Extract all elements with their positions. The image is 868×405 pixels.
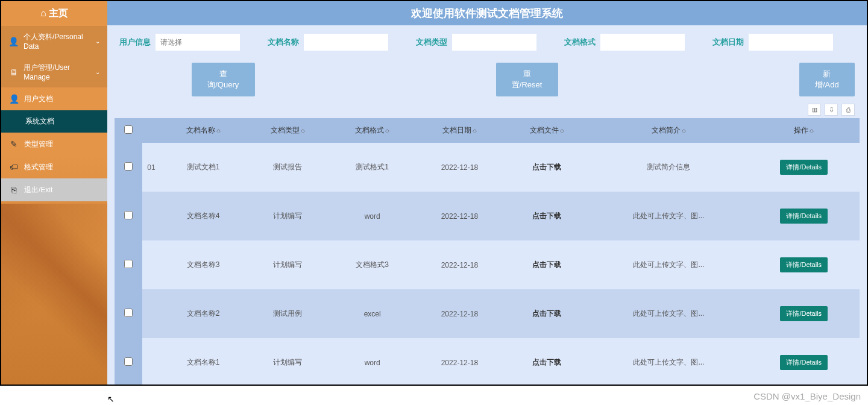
row-checkbox[interactable] bbox=[124, 211, 133, 219]
edit-icon: ✎ bbox=[8, 139, 19, 149]
row-checkbox[interactable] bbox=[124, 162, 133, 171]
watermark: CSDN @vx1_Biye_Design bbox=[753, 391, 861, 401]
details-button[interactable]: 详情/Details bbox=[780, 257, 828, 272]
query-button[interactable]: 查询/Query bbox=[192, 63, 255, 96]
doc-format-input[interactable] bbox=[600, 34, 685, 51]
cell-doc-type: 测试用例 bbox=[245, 289, 330, 338]
main-content: 欢迎使用软件测试文档管理系统 用户信息 文档名称 文档类型 文档格式 bbox=[107, 1, 867, 385]
row-checkbox[interactable] bbox=[124, 357, 133, 366]
details-button[interactable]: 详情/Details bbox=[780, 209, 828, 224]
reset-button[interactable]: 重置/Reset bbox=[496, 63, 558, 96]
sidebar-item-label: 用户文档 bbox=[24, 94, 53, 104]
col-doc-date[interactable]: 文档日期◇ bbox=[415, 118, 505, 143]
row-checkbox[interactable] bbox=[124, 260, 133, 268]
row-index bbox=[142, 192, 160, 240]
col-doc-name[interactable]: 文档名称◇ bbox=[161, 118, 245, 143]
cell-doc-format: word bbox=[330, 192, 415, 240]
field-doc-name: 文档名称 bbox=[268, 34, 410, 51]
col-doc-type[interactable]: 文档类型◇ bbox=[245, 118, 330, 143]
cell-doc-date: 2022-12-18 bbox=[415, 143, 505, 192]
doc-name-input[interactable] bbox=[304, 34, 388, 51]
sidebar-item-format-manage[interactable]: 🏷 格式管理 bbox=[1, 155, 107, 178]
monitor-icon: 🖥 bbox=[8, 67, 19, 78]
row-index bbox=[142, 240, 160, 289]
cell-doc-format: 文档格式3 bbox=[330, 240, 415, 289]
col-doc-file[interactable]: 文档文件◇ bbox=[505, 118, 589, 143]
cell-doc-format: word bbox=[330, 338, 415, 385]
cell-doc-date: 2022-12-18 bbox=[415, 240, 505, 289]
cell-doc-name: 文档名称1 bbox=[161, 338, 245, 385]
row-index bbox=[142, 338, 160, 385]
cell-doc-type: 测试报告 bbox=[245, 143, 330, 192]
sidebar-item-user-docs[interactable]: 👤 用户文档 bbox=[1, 87, 107, 110]
download-link[interactable]: 点击下载 bbox=[532, 212, 561, 220]
sidebar-item-type-manage[interactable]: ✎ 类型管理 bbox=[1, 133, 107, 155]
field-doc-format: 文档格式 bbox=[564, 34, 706, 51]
user-icon: 👤 bbox=[8, 36, 19, 47]
select-all-checkbox[interactable] bbox=[124, 125, 133, 134]
doc-date-input[interactable] bbox=[749, 34, 833, 51]
cell-doc-desc: 此处可上传文字、图... bbox=[589, 338, 748, 385]
field-label: 文档名称 bbox=[268, 37, 299, 48]
field-doc-date: 文档日期 bbox=[712, 34, 855, 51]
row-index: 01 bbox=[142, 143, 160, 192]
sidebar-item-label: 个人资料/Personal Data bbox=[24, 32, 95, 51]
cell-doc-name: 文档名称3 bbox=[161, 240, 245, 289]
cell-doc-name: 文档名称4 bbox=[161, 192, 245, 240]
sidebar-item-label: 系统文档 bbox=[25, 116, 54, 127]
table-row: 文档名称4 计划编写 word 2022-12-18 点击下载 此处可上传文字、… bbox=[115, 192, 860, 240]
details-button[interactable]: 详情/Details bbox=[780, 160, 828, 175]
field-doc-type: 文档类型 bbox=[416, 34, 558, 51]
col-doc-format[interactable]: 文档格式◇ bbox=[330, 118, 415, 143]
cell-doc-name: 测试文档1 bbox=[161, 143, 245, 192]
col-checkbox bbox=[115, 118, 142, 143]
sort-icon: ◇ bbox=[682, 128, 686, 134]
chevron-down-icon: ⌄ bbox=[95, 69, 100, 75]
col-actions[interactable]: 操作◇ bbox=[749, 118, 860, 143]
user-info-select[interactable] bbox=[156, 34, 240, 51]
sidebar-item-exit[interactable]: ⎘ 退出/Exit bbox=[1, 178, 107, 201]
cell-doc-name: 文档名称2 bbox=[161, 289, 245, 338]
cell-doc-type: 计划编写 bbox=[245, 240, 330, 289]
exit-icon: ⎘ bbox=[8, 184, 19, 195]
sort-icon: ◇ bbox=[216, 128, 221, 134]
cell-doc-desc: 测试简介信息 bbox=[589, 143, 748, 192]
table-row: 文档名称2 测试用例 excel 2022-12-18 点击下载 此处可上传文字… bbox=[115, 289, 860, 338]
columns-icon[interactable]: ⊞ bbox=[808, 104, 821, 116]
tag-icon: 🏷 bbox=[8, 162, 19, 172]
sidebar-item-personal-data[interactable]: 👤 个人资料/Personal Data ⌄ bbox=[1, 26, 107, 57]
chevron-down-icon: ⌄ bbox=[95, 38, 100, 45]
sidebar-item-user-manage[interactable]: 🖥 用户管理/User Manage ⌄ bbox=[1, 57, 107, 87]
field-label: 文档日期 bbox=[712, 37, 744, 48]
row-index bbox=[142, 289, 160, 338]
cell-doc-date: 2022-12-18 bbox=[415, 338, 505, 385]
search-form: 用户信息 文档名称 文档类型 文档格式 文档日期 bbox=[107, 25, 867, 101]
field-user-info: 用户信息 bbox=[119, 34, 262, 51]
cell-doc-desc: 此处可上传文字、图... bbox=[589, 289, 748, 338]
add-button[interactable]: 新增/Add bbox=[799, 63, 855, 96]
table-row: 01 测试文档1 测试报告 测试格式1 2022-12-18 点击下载 测试简介… bbox=[115, 143, 860, 192]
download-link[interactable]: 点击下载 bbox=[532, 163, 561, 171]
sort-icon: ◇ bbox=[301, 128, 305, 134]
sidebar-item-label: 用户管理/User Manage bbox=[24, 63, 95, 81]
sort-icon: ◇ bbox=[810, 128, 814, 134]
cell-doc-desc: 此处可上传文字、图... bbox=[589, 192, 748, 240]
col-doc-desc[interactable]: 文档简介◇ bbox=[589, 118, 748, 143]
details-button[interactable]: 详情/Details bbox=[780, 355, 828, 370]
field-label: 用户信息 bbox=[119, 37, 151, 48]
download-link[interactable]: 点击下载 bbox=[532, 309, 561, 318]
download-link[interactable]: 点击下载 bbox=[532, 260, 561, 269]
cell-doc-date: 2022-12-18 bbox=[415, 289, 505, 338]
export-icon[interactable]: ⇩ bbox=[825, 104, 838, 116]
row-checkbox[interactable] bbox=[124, 309, 133, 317]
documents-table: 文档名称◇ 文档类型◇ 文档格式◇ 文档日期◇ 文档文件◇ 文档简介◇ 操作◇ … bbox=[115, 118, 860, 385]
field-label: 文档类型 bbox=[416, 37, 447, 48]
doc-type-input[interactable] bbox=[452, 34, 536, 51]
home-button[interactable]: ⌂ 主页 bbox=[1, 1, 107, 26]
print-icon[interactable]: ⎙ bbox=[841, 104, 855, 116]
sidebar-item-label: 格式管理 bbox=[24, 162, 53, 172]
sidebar: ⌂ 主页 👤 个人资料/Personal Data ⌄ 🖥 用户管理/User … bbox=[1, 1, 107, 385]
details-button[interactable]: 详情/Details bbox=[780, 306, 828, 321]
sidebar-item-system-docs[interactable]: 系统文档 bbox=[1, 110, 107, 133]
download-link[interactable]: 点击下载 bbox=[532, 358, 561, 366]
